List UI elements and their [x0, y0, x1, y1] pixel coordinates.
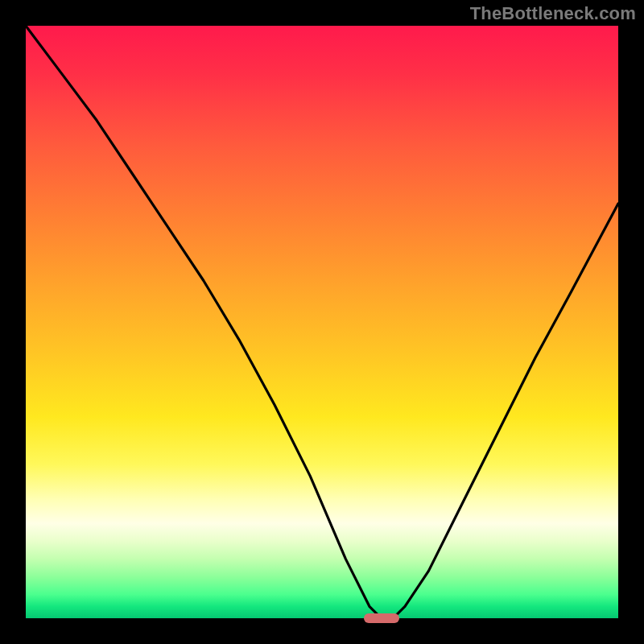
optimal-marker — [364, 613, 399, 623]
chart-frame: TheBottleneck.com — [0, 0, 644, 644]
bottleneck-curve — [26, 26, 618, 618]
plot-area — [26, 26, 618, 618]
watermark-text: TheBottleneck.com — [470, 3, 636, 24]
